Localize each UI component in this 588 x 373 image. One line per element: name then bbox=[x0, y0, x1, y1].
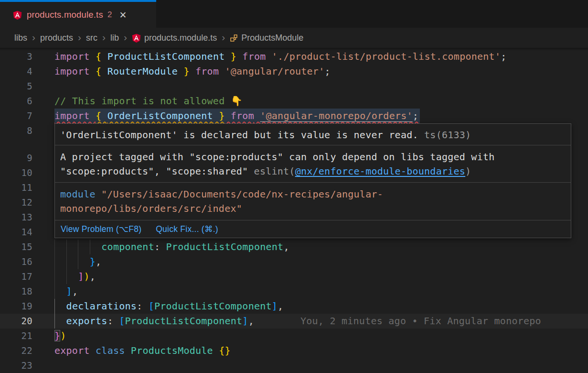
code-line-4[interactable]: 4import { RouterModule } from '@angular/… bbox=[0, 64, 588, 79]
code-token: : bbox=[107, 315, 119, 327]
code-token bbox=[254, 110, 260, 121]
active-tab-indicator bbox=[0, 0, 156, 2]
code-content: }, bbox=[54, 254, 588, 269]
code-line-3[interactable]: 3import { ProductListComponent } from '.… bbox=[0, 49, 588, 64]
code-line-19[interactable]: 19 declarations: [ProductListComponent], bbox=[0, 299, 588, 314]
code-editor[interactable]: 3import { ProductListComponent } from '.… bbox=[0, 48, 588, 373]
indent-guide bbox=[54, 284, 55, 299]
code-line-6[interactable]: 6// This import is not allowed 👇 bbox=[0, 94, 588, 109]
hover-action-quick[interactable]: Quick Fix... (⌘.) bbox=[156, 224, 218, 234]
indent-guide bbox=[78, 240, 78, 254]
code-token bbox=[219, 66, 225, 77]
code-line-20[interactable]: 20 exports: [ProductListComponent],You, … bbox=[0, 314, 588, 329]
indent-guide bbox=[90, 240, 90, 254]
line-number: 3 bbox=[0, 49, 32, 64]
chevron-right-icon: › bbox=[222, 32, 225, 43]
tab-label: products.module.ts bbox=[27, 10, 103, 20]
code-token bbox=[54, 285, 66, 297]
code-token: { bbox=[96, 66, 107, 77]
breadcrumb-item-products-module-ts[interactable]: products.module.ts bbox=[132, 33, 217, 43]
indent-guide bbox=[66, 269, 67, 284]
code-line-23[interactable]: 23 bbox=[0, 358, 588, 373]
code-line-17[interactable]: 17 ]), bbox=[0, 269, 588, 284]
tab-problems-badge: 2 bbox=[107, 10, 112, 20]
code-token: ) bbox=[84, 271, 89, 282]
code-token: ] bbox=[242, 315, 248, 327]
chevron-right-icon: › bbox=[124, 32, 127, 43]
code-token: ; bbox=[324, 66, 330, 77]
problem-hover-popup: 'OrderListComponent' is declared but its… bbox=[54, 123, 571, 238]
code-token: './product-list/product-list.component' bbox=[272, 51, 501, 62]
line-number: 18 bbox=[0, 284, 32, 299]
code-token: } bbox=[225, 51, 236, 62]
code-token: ; bbox=[501, 51, 506, 62]
code-content: import { ProductListComponent } from './… bbox=[54, 49, 588, 64]
code-content: // This import is not allowed 👇 bbox=[54, 94, 588, 109]
class-icon bbox=[230, 34, 238, 42]
code-line-15[interactable]: 15 component: ProductListComponent, bbox=[0, 240, 588, 254]
code-token: class bbox=[96, 345, 131, 356]
eslint-rule-link[interactable]: @nx/enforce-module-boundaries bbox=[295, 165, 465, 177]
line-number: 21 bbox=[0, 329, 32, 343]
hover-text: eslint( bbox=[254, 165, 295, 177]
code-content: exports: [ProductListComponent],You, 2 m… bbox=[54, 314, 588, 329]
tab-bar: products.module.ts 2 ✕ bbox=[0, 0, 588, 28]
breadcrumb-item-src[interactable]: src bbox=[86, 33, 97, 43]
hover-text-line: "scope:products", "scope:shared" eslint(… bbox=[60, 164, 566, 178]
line-number: 20 bbox=[0, 314, 32, 329]
line-number: 14 bbox=[0, 225, 32, 240]
angular-icon bbox=[132, 33, 141, 43]
code-token: } bbox=[213, 110, 225, 121]
line-number: 11 bbox=[0, 180, 32, 195]
indent-guide bbox=[54, 314, 55, 329]
code-line-5[interactable]: 5 bbox=[0, 79, 588, 94]
code-line-18[interactable]: 18 ], bbox=[0, 284, 588, 299]
code-line-22[interactable]: 22export class ProductsModule {} bbox=[0, 343, 588, 358]
hover-diagnostics: 'OrderListComponent' is declared but its… bbox=[55, 124, 571, 220]
indent-guide bbox=[66, 240, 67, 254]
code-token: , bbox=[283, 241, 289, 252]
hover-text: ts(6133) bbox=[418, 129, 471, 141]
indent-guide bbox=[54, 299, 55, 314]
code-token: ProductListComponent bbox=[125, 315, 243, 327]
chevron-right-icon: › bbox=[78, 32, 81, 43]
line-number: 6 bbox=[0, 94, 32, 109]
line-number: 12 bbox=[0, 195, 32, 210]
breadcrumb-item-lib[interactable]: lib bbox=[110, 33, 119, 43]
code-token: ProductsModule bbox=[131, 345, 219, 356]
code-line-16[interactable]: 16 }, bbox=[0, 254, 588, 269]
code-content: export class ProductsModule {} bbox=[54, 343, 588, 358]
code-line-7[interactable]: 7import { OrderListComponent } from '@an… bbox=[0, 109, 588, 123]
breadcrumb-item-libs[interactable]: libs bbox=[14, 33, 27, 43]
hover-text-line: monorepo/libs/orders/src/index" bbox=[60, 201, 566, 216]
line-number: 16 bbox=[0, 254, 32, 269]
breadcrumb: libs›products›src›lib›products.module.ts… bbox=[0, 28, 588, 48]
hover-text: "scope:products", "scope:shared" bbox=[60, 165, 254, 177]
line-number: 7 bbox=[0, 109, 32, 123]
indent-guide bbox=[78, 254, 78, 269]
code-token: ; bbox=[413, 110, 418, 121]
breadcrumb-item-products[interactable]: products bbox=[40, 33, 73, 43]
code-token: [ bbox=[119, 315, 125, 327]
code-content: component: ProductListComponent, bbox=[54, 240, 588, 254]
code-token: , bbox=[96, 256, 101, 267]
close-icon[interactable]: ✕ bbox=[119, 10, 127, 21]
code-token: : bbox=[137, 300, 149, 312]
code-line-21[interactable]: 21}) bbox=[0, 329, 588, 343]
code-content: }) bbox=[54, 329, 588, 343]
code-token: ] bbox=[78, 271, 84, 282]
hover-section-eslint-diagnostic: A project tagged with "scope:products" c… bbox=[55, 145, 571, 182]
hover-action-view[interactable]: View Problem (⌥F8) bbox=[61, 224, 141, 234]
code-token: component bbox=[101, 241, 154, 252]
code-content: ]), bbox=[54, 269, 588, 284]
code-token: import bbox=[54, 110, 96, 121]
code-token bbox=[54, 300, 66, 312]
code-token: , bbox=[248, 315, 254, 327]
code-token: '@angular-monorepo/orders' bbox=[260, 110, 413, 121]
tab-products-module[interactable]: products.module.ts 2 ✕ bbox=[0, 0, 156, 28]
line-number: 4 bbox=[0, 64, 32, 79]
breadcrumb-label: products bbox=[40, 33, 73, 43]
indent-guide bbox=[54, 240, 55, 254]
code-token: { bbox=[96, 110, 107, 121]
breadcrumb-item-productsmodule[interactable]: ProductsModule bbox=[230, 33, 303, 43]
